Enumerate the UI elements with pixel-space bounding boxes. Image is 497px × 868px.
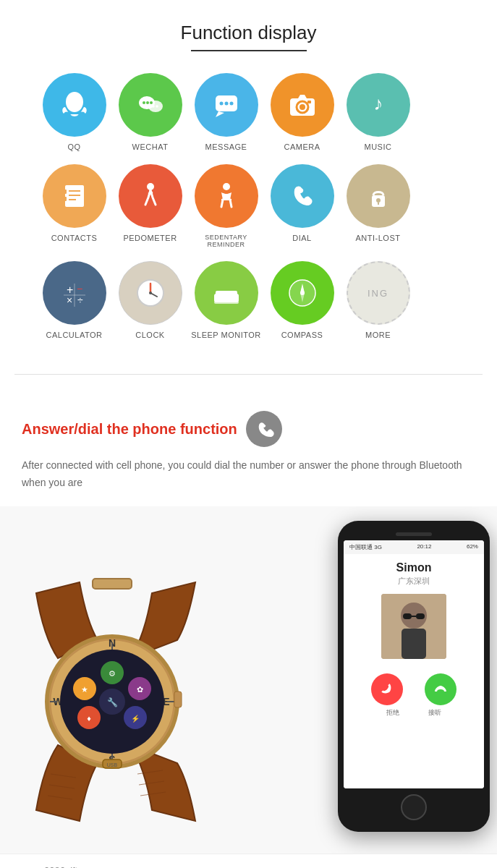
sleep-label: SLEEP MONITOR — [191, 331, 261, 339]
svg-rect-82 — [402, 629, 426, 659]
icon-item-sedentary: SEDENTARY REMINDER — [188, 164, 264, 248]
svg-point-0 — [66, 92, 83, 112]
message-label: MESSAGE — [205, 142, 247, 151]
phone-call-icon — [254, 419, 274, 439]
phone-screen: 中国联通 3G 20:12 62% Simon 广东深圳 — [344, 540, 484, 788]
compass-label: COMPASS — [281, 331, 323, 339]
svg-point-46 — [300, 291, 305, 295]
accept-button[interactable] — [425, 673, 456, 705]
calculator-icon: + − × ÷ — [58, 276, 91, 310]
antilost-label: ANTI-LOST — [356, 234, 401, 242]
svg-text:÷: ÷ — [77, 294, 83, 306]
icon-item-wechat: WECHAT — [112, 73, 188, 151]
svg-point-12 — [229, 102, 233, 106]
qq-label: QQ — [67, 142, 80, 151]
sedentary-icon — [210, 179, 243, 213]
svg-point-5 — [150, 101, 153, 104]
section-title: Function display — [14, 22, 483, 44]
dial-label: DIAL — [292, 234, 311, 242]
sleep-icon — [210, 276, 243, 310]
contacts-icon-circle — [43, 164, 106, 228]
caller-location: 广东深圳 — [398, 576, 430, 587]
qq-icon-circle — [43, 73, 106, 137]
dial-icon — [286, 179, 319, 213]
compass-icon-circle — [271, 261, 334, 325]
decline-button[interactable] — [371, 673, 403, 705]
icon-item-qq: QQ — [36, 73, 112, 151]
message-icon — [210, 88, 243, 122]
icon-item-compass: COMPASS — [264, 261, 340, 339]
phone-illustration: 中国联通 3G 20:12 62% Simon 广东深圳 — [338, 521, 490, 832]
title-underline — [191, 50, 307, 51]
wechat-label: WECHAT — [132, 142, 169, 151]
music-icon-circle: ♪ — [347, 73, 410, 137]
camera-icon — [286, 88, 319, 122]
svg-point-6 — [152, 105, 155, 108]
wechat-icon-circle — [119, 73, 182, 137]
phone-home-button[interactable] — [401, 794, 427, 820]
section-divider — [14, 374, 483, 375]
svg-point-4 — [146, 101, 149, 104]
watch-svg: N S W E 🔧 ⚙ ✿ ⚡ ♦ — [0, 550, 246, 839]
call-btn-labels: 拒绝 接听 — [377, 708, 451, 718]
phone-frame: 中国联通 3G 20:12 62% Simon 广东深圳 — [338, 521, 490, 832]
accept-label: 接听 — [419, 708, 451, 718]
icon-item-contacts: CONTACTS — [36, 164, 112, 248]
contacts-label: CONTACTS — [51, 234, 98, 242]
compass-icon — [286, 276, 319, 310]
svg-text:USB: USB — [107, 762, 118, 767]
calculator-icon-circle: + − × ÷ — [43, 261, 106, 325]
icon-item-more: ING MORE — [340, 261, 416, 339]
phone-speaker — [396, 532, 432, 536]
icon-item-music: ♪ MUSIC — [340, 73, 416, 151]
music-icon: ♪ — [362, 88, 395, 122]
icon-item-message: MESSAGE — [188, 73, 264, 151]
call-screen: Simon 广东深圳 — [344, 554, 484, 788]
music-label: MUSIC — [365, 142, 392, 151]
svg-point-10 — [219, 102, 223, 106]
svg-point-27 — [376, 198, 381, 203]
svg-rect-16 — [307, 101, 311, 103]
phone-icon-circle — [246, 411, 282, 447]
product-image-area: N S W E 🔧 ⚙ ✿ ⚡ ♦ — [0, 506, 497, 854]
svg-text:−: − — [77, 283, 82, 294]
svg-rect-53 — [93, 579, 132, 589]
footer: www.0086gifts.com — [0, 854, 497, 868]
message-icon-circle — [195, 73, 258, 137]
svg-point-25 — [223, 183, 230, 190]
dial-icon-circle — [271, 164, 334, 228]
caller-name: Simon — [396, 561, 432, 574]
svg-point-11 — [224, 102, 228, 106]
svg-text:♦: ♦ — [87, 714, 91, 723]
svg-point-38 — [149, 292, 152, 294]
svg-text:♪: ♪ — [373, 93, 383, 114]
more-label: MORE — [365, 331, 391, 339]
pedometer-icon — [134, 179, 167, 213]
wechat-icon — [134, 88, 167, 122]
time-status: 20:12 — [417, 543, 431, 551]
contacts-icon — [58, 179, 91, 213]
icon-item-sleep: SLEEP MONITOR — [188, 261, 264, 339]
battery-status: 62% — [467, 543, 478, 551]
sedentary-icon-circle — [195, 164, 258, 228]
svg-text:⚡: ⚡ — [131, 714, 140, 723]
more-icon-circle: ING — [347, 261, 410, 325]
svg-marker-9 — [216, 111, 224, 117]
decline-label: 拒绝 — [377, 708, 409, 718]
signal-status: 中国联通 3G — [349, 543, 382, 551]
svg-rect-41 — [216, 291, 237, 295]
svg-point-3 — [143, 101, 145, 104]
icon-item-clock: CLOCK — [112, 261, 188, 339]
svg-rect-23 — [64, 197, 67, 201]
phone-section: Answer/dial the phone function After con… — [0, 396, 497, 492]
icon-item-antilost: ANTI-LOST — [340, 164, 416, 248]
icon-item-dial: DIAL — [264, 164, 340, 248]
caller-photo — [381, 594, 446, 659]
watch-illustration: N S W E 🔧 ⚙ ✿ ⚡ ♦ — [0, 550, 246, 839]
sedentary-label: SEDENTARY REMINDER — [188, 234, 264, 248]
svg-rect-83 — [403, 613, 412, 619]
svg-text:🔧: 🔧 — [107, 697, 118, 707]
svg-text:✿: ✿ — [137, 685, 143, 694]
phone-title-row: Answer/dial the phone function — [22, 411, 475, 447]
antilost-icon-circle — [347, 164, 410, 228]
